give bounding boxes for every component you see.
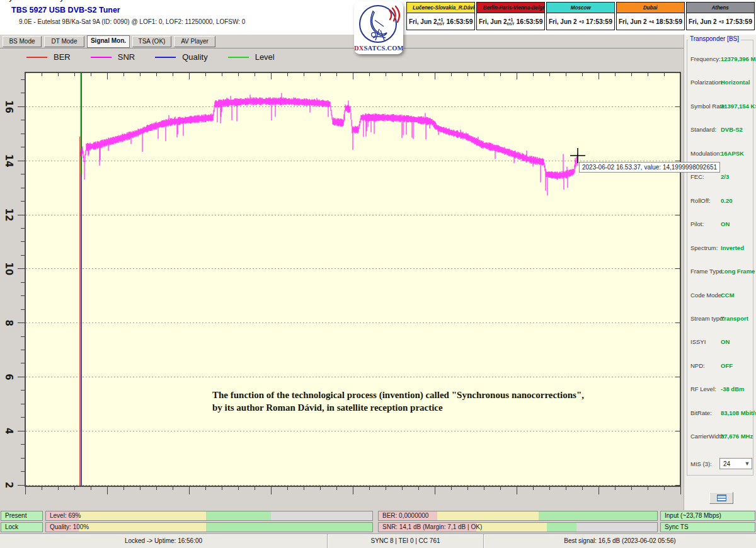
gauge-fill-segment [539,511,657,520]
y-axis-labels: 161412108642 [3,100,14,488]
clock-time: 17:53:59 [726,18,752,25]
gauge-fill-segment [206,511,272,520]
transponder-field-2: Symbol Rate:31397,154 KS/s [690,103,752,111]
clipped-text-fragment: y [9,0,13,2]
clock-date: Fri, Jun 2 [549,18,576,25]
transponder-field-3: Standard:DVB-S2 [690,126,752,135]
transponder-field-7: Pilot:ON [690,220,752,229]
legend-swatch [91,57,112,58]
quality-gauge-text: Quality: 100% [50,523,89,532]
level-gauge-text: Level: 69% [50,511,81,520]
chart-tooltip: 2023-06-02 16.53.37, value: 14,199999809… [579,162,720,173]
svg-text:14: 14 [3,154,14,168]
clock-city: Lučenec-Slovakia_R.Dávid [407,3,474,13]
legend-item-level: Level [228,52,275,62]
clock-1: Berlin-Paris-Vienna-BelgradeFri, Jun 2+1… [476,2,545,30]
chart-panel: BERSNRQualityLevel 161412108642 [0,49,684,509]
clock-city: Dubai [617,3,684,13]
quality-gauge: Quality: 100% [45,522,373,532]
transponder-field-15: BitRate:83,108 Mbit/s [690,409,752,418]
tab-signal-mon-[interactable]: Signal Mon. [87,35,130,48]
status-bar: Locked -> Uptime: 16:56:00 SYNC 8 | TEI … [0,534,756,548]
status-best-signal: Best signal: 16,5 dB (2023-06-02 05:56) [484,534,756,548]
transponder-field-8: Spectrum:Inverted [690,244,752,253]
status-uptime: Locked -> Uptime: 16:56:00 [0,534,328,548]
transponder-field-5: FEC:2/3 [690,173,752,182]
lock-indicator: Lock [1,522,43,532]
gauge-fill-segment [437,511,539,520]
svg-text:2: 2 [3,482,14,488]
panel-menu-button[interactable] [709,492,733,504]
stripes-menu-icon [717,494,726,501]
gauge-fill-segment [206,523,372,532]
ber-gauge-text: BER: 0,0000000 [382,511,428,520]
clock-3: DubaiFri, Jun 2+418:53:59 [616,2,685,30]
transponder-panel: Transponder [BS] Frequency:12379,396 MHz… [684,35,756,510]
gauge-fill-segment [79,511,206,520]
status-sync: SYNC 8 | TEI 0 | CC 761 [328,534,484,548]
legend-swatch [26,57,47,58]
legend-item-ber: BER [26,52,71,62]
clock-4: AthensFri, Jun 2+317:53:59 [686,2,755,30]
world-clocks: Lučenec-Slovakia_R.DávidFri, Jun 2+1DST1… [406,2,755,30]
svg-text:16: 16 [3,100,14,113]
signal-gauges: Present Level: 69% BER: 0,0000000 Input … [0,510,756,534]
transponder-field-16: CarrierWidth:37,676 MHz [690,433,752,442]
svg-text:12: 12 [3,208,14,222]
transponder-field-1: Polarization:Horizontal [690,79,752,88]
tab-av-player[interactable]: AV Player [174,36,215,47]
mis-label: MIS (3): [690,460,712,467]
dxsatcs-logo: DXSATCS.COM [354,1,403,54]
gauge-fill-segment [547,523,576,532]
clock-city: Athens [687,3,754,13]
clock-time: 17:53:59 [586,18,612,25]
tab-tsa-ok-[interactable]: TSA (OK) [132,36,171,47]
chevron-down-icon: ▼ [743,460,752,467]
utc-offset: +1 [508,18,513,22]
transponder-field-0: Frequency:12379,396 MHz [690,55,752,64]
transponder-field-6: RollOff:0.20 [690,197,752,206]
input-indicator: Input (~23,78 Mbps) [660,511,755,521]
ber-gauge: BER: 0,0000000 [378,511,658,521]
transponder-field-4: Modulation:16APSK [690,150,752,159]
tab-bs-mode[interactable]: BS Mode [3,36,42,47]
transponder-field-12: ISSYION [690,338,752,347]
transponder-field-9: Frame Type:Long Frame [690,268,752,277]
annotation-line-2: by its author Roman Dávid, in satellite … [212,401,653,414]
clock-date: Fri, Jun 2 [619,18,646,25]
tab-dt-mode[interactable]: DT Mode [44,36,84,47]
chart-legend: BERSNRQualityLevel [26,52,295,62]
utc-offset: +4 [649,20,654,24]
signal-chart[interactable]: 161412108642 [0,63,684,504]
dst-flag: DST [437,22,444,26]
svg-text:4: 4 [3,428,14,434]
svg-text:6: 6 [3,374,14,380]
utc-offset: +1 [438,18,443,22]
annotation-line-1: The function of the technological proces… [212,389,653,401]
mis-selected-value: 24 [720,460,743,467]
clock-time: 18:53:59 [656,18,682,25]
satellite-dish-icon [354,1,403,45]
clock-date: Fri, Jun 2 [689,18,716,25]
mis-select[interactable]: 24 ▼ [719,458,752,469]
legend-swatch [155,57,176,58]
utc-offset: +3 [579,20,584,24]
clock-0: Lučenec-Slovakia_R.DávidFri, Jun 2+1DST1… [406,2,475,30]
transponder-field-14: RF Level:-38 dBm [690,385,752,394]
transponder-field-10: Code Mode:CCM [690,292,752,300]
legend-swatch [228,57,249,58]
gauge-fill-segment [476,523,547,532]
transponder-field-11: Stream type:Transport [690,315,752,324]
legend-item-quality: Quality [155,52,207,62]
device-title: TBS 5927 USB DVB-S2 Tuner [11,6,120,14]
svg-text:10: 10 [3,262,14,275]
chart-annotation: The function of the technological proces… [212,389,653,414]
present-indicator: Present [1,511,43,521]
tuner-app-window: y y TBS 5927 USB DVB-S2 Tuner 9.0E - Eut… [0,0,756,548]
gauge-fill-segment [79,523,206,532]
clock-date: Fri, Jun 2 [479,18,507,25]
dst-flag: DST [507,22,514,26]
logo-text: DXSATCS.COM [354,45,403,52]
clock-time: 16:53:59 [446,18,472,25]
transponder-field-13: NPD:OFF [690,362,752,371]
